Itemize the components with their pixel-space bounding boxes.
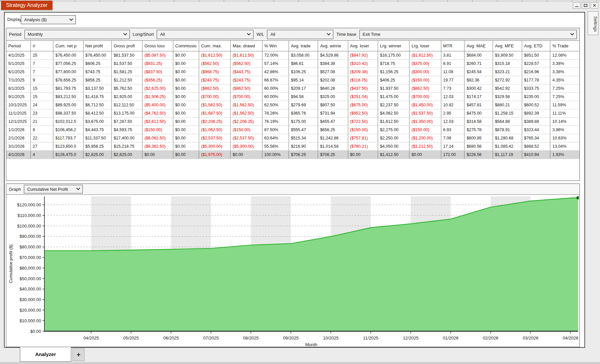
column-header[interactable]: Avg. MFE xyxy=(493,41,522,51)
column-header[interactable]: % Win xyxy=(262,41,289,51)
table-row[interactable]: 2/1/202622$117,793.7$11,337.50$17,400.00… xyxy=(6,134,579,142)
x-tick-label: 04/2026 xyxy=(563,336,578,340)
table-cell: 15 xyxy=(30,84,53,92)
table-cell: ($150.00) xyxy=(409,126,441,134)
period-dropdown[interactable]: Monthly xyxy=(25,30,130,39)
table-row[interactable]: 11/1/202523$98,337.50$8,412.50$13,175.00… xyxy=(6,109,579,117)
column-header[interactable]: Avg. trade xyxy=(289,41,318,51)
table-cell: ($251.04) xyxy=(348,92,378,101)
table-cell: $1,412.50 xyxy=(378,150,409,159)
table-cell: $279.69 xyxy=(289,101,318,109)
table-cell: ($150.00) xyxy=(348,126,378,134)
table-cell: 63.64% xyxy=(262,134,289,142)
table-cell: $216.96 xyxy=(522,68,550,76)
table-cell: $0.00 xyxy=(173,59,199,68)
graph-dropdown[interactable]: Cumulative Net Profit xyxy=(24,185,83,193)
y-tick-label: $0.00 xyxy=(30,329,41,334)
table-row[interactable]: 6/1/20257$77,800.00$743.75$1,581.25($837… xyxy=(6,68,579,76)
column-header[interactable]: Max. drawd xyxy=(231,41,262,51)
table-cell: $606.25 xyxy=(83,59,112,68)
display-dropdown[interactable]: Analysis ($) xyxy=(21,15,76,24)
table-cell: ($837.50) xyxy=(142,68,173,76)
table-row[interactable]: 3/1/202627$123,650.0$5,856.25$15,218.75(… xyxy=(6,142,579,150)
column-header[interactable]: Commissio xyxy=(173,41,199,51)
table-cell: ($375.00) xyxy=(409,59,441,68)
table-cell: $1,537.50 xyxy=(112,59,142,68)
table-cell: $16,175.00 xyxy=(378,51,409,59)
table-cell: $12,112.50 xyxy=(112,101,142,109)
long-short-dropdown[interactable]: All xyxy=(157,30,253,39)
column-header[interactable]: Gross profi xyxy=(112,41,142,51)
tab-analyzer[interactable]: Analyzer xyxy=(20,347,71,362)
table-cell: ($5,400.00) xyxy=(142,101,173,109)
table-cell: $2,250.00 xyxy=(378,134,409,142)
table-row[interactable]: 5/1/20257$77,056.25$606.25$1,537.50($931… xyxy=(6,59,579,68)
table-cell: $731.94 xyxy=(318,109,348,117)
table-cell: ($862.50) xyxy=(409,84,441,92)
table-cell: $365.76 xyxy=(289,109,318,117)
table-row[interactable]: 4/1/202525$76,450.00$76,450.00$81,537.50… xyxy=(6,51,579,59)
table-row[interactable]: 10/1/202524$89,925.00$6,712.50$12,112.50… xyxy=(6,101,579,109)
table-cell: 10.14% xyxy=(550,117,579,126)
table-cell: $94.58 xyxy=(289,92,318,101)
table-cell: $878.91 xyxy=(493,126,522,134)
table-cell: ($1,562.50) xyxy=(199,101,231,109)
table-cell: ($847.92) xyxy=(348,51,378,59)
table-cell: $4,443.75 xyxy=(83,126,112,134)
table-cell: 6/1/2025 xyxy=(6,68,30,76)
time-base-dropdown[interactable]: Exit Time xyxy=(359,30,577,39)
table-cell: $216.90 xyxy=(289,142,318,150)
table-row[interactable]: 8/1/202515$81,793.75$3,137.50$5,762.50($… xyxy=(6,84,579,92)
y-tick-label: $110,000.00 xyxy=(18,213,41,218)
chevron-down-icon xyxy=(123,31,127,35)
column-header[interactable]: Lrg. winner xyxy=(378,41,409,51)
table-row[interactable]: 9/1/202515$83,212.50$1,418.75$2,925.00($… xyxy=(6,92,579,101)
filter-bar: Period Monthly Long/Short All W/L All Ti… xyxy=(6,28,579,41)
table-cell: $680.56 xyxy=(464,142,493,150)
table-row[interactable]: 1/1/20268$106,456.2$4,443.75$4,593.75($1… xyxy=(6,126,579,134)
table-cell: $98,337.50 xyxy=(53,109,83,117)
table-cell: $0.00 xyxy=(173,117,199,126)
close-button[interactable]: ✕ xyxy=(591,2,598,9)
table-cell: ($150.00) xyxy=(231,126,262,134)
column-header[interactable]: % Trade xyxy=(550,41,579,51)
wl-dropdown[interactable]: All xyxy=(267,30,333,39)
table-cell: ($310.42) xyxy=(348,59,378,68)
x-tick-label: 10/2025 xyxy=(323,336,339,340)
table-cell: $2,237.50 xyxy=(378,101,409,109)
settings-side-tab[interactable]: Settings xyxy=(588,11,598,35)
close-icon: ✕ xyxy=(593,3,596,8)
column-header[interactable]: Avg. winne xyxy=(318,41,348,51)
column-header[interactable]: Net profit xyxy=(83,41,112,51)
maximize-button[interactable] xyxy=(582,2,589,9)
table-cell: $81,793.75 xyxy=(53,84,83,92)
column-header[interactable]: Period xyxy=(6,41,30,51)
table-cell: $656.25 xyxy=(318,126,348,134)
column-header[interactable]: Lrg. loser xyxy=(409,41,441,51)
display-dropdown-value: Analysis ($) xyxy=(24,17,47,22)
table-cell: ($968.75) xyxy=(199,68,231,76)
table-cell: 13.04% xyxy=(550,142,579,150)
table-cell: $600.52 xyxy=(522,101,550,109)
add-tab-button[interactable]: + xyxy=(73,348,84,361)
table-cell: 19.77 xyxy=(441,76,464,84)
table-cell: 27 xyxy=(30,142,53,150)
table-cell: 62.50% xyxy=(262,101,289,109)
column-header[interactable]: MTR xyxy=(441,41,464,51)
column-header[interactable]: # xyxy=(30,41,53,51)
column-header[interactable]: Avg. ETD xyxy=(522,41,550,51)
table-row[interactable]: 12/1/202521$102,012.5$3,675.00$7,287.50(… xyxy=(6,117,579,126)
table-row[interactable]: 7/1/20259$78,656.25$856.25$1,212.50($356… xyxy=(6,76,579,84)
table-cell: ($9,362.50) xyxy=(142,142,173,150)
column-header[interactable]: Avg. MAE xyxy=(464,41,493,51)
table-row[interactable]: 4/1/20264$126,475.0$2,825.00$2,825.00$0.… xyxy=(6,150,579,159)
table-cell: 12.03 xyxy=(441,117,464,126)
column-header[interactable]: Gross loss xyxy=(142,41,173,51)
column-header[interactable]: Avg. loser xyxy=(348,41,378,51)
table-cell: $1,612.50 xyxy=(378,117,409,126)
table-cell: $1,156.25 xyxy=(378,68,409,76)
window-title-tab[interactable]: Strategy Analyzer xyxy=(1,1,52,10)
column-header[interactable]: Cum. net p xyxy=(53,41,83,51)
minimize-button[interactable] xyxy=(573,2,580,9)
column-header[interactable]: Cum. max. xyxy=(199,41,231,51)
